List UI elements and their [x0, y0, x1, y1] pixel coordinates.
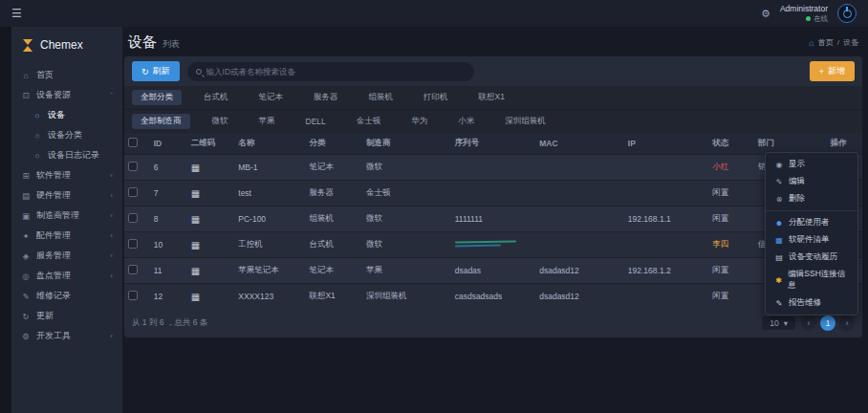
filter-chip[interactable]: 笔记本 [250, 90, 293, 105]
menu-item-device-history[interactable]: ▤ 设备变动履历 [766, 249, 857, 266]
online-dot-icon [806, 16, 811, 21]
sidebar-item-inventory-management[interactable]: ◎ 盘点管理 ‹ [11, 266, 122, 286]
dev-tools-icon: ⚙ [21, 332, 31, 341]
cell-id: 6 [150, 155, 187, 181]
row-checkbox[interactable] [128, 213, 138, 223]
select-all-header [124, 133, 150, 155]
gear-icon[interactable]: ⚙ [761, 8, 770, 20]
user-info[interactable]: Administrator 在线 [780, 4, 828, 23]
cell-serial [451, 232, 536, 258]
menu-item-assign-user[interactable]: ☻ 分配使用者 [766, 214, 857, 231]
filter-chip[interactable]: 服务器 [305, 90, 347, 105]
row-checkbox[interactable] [128, 265, 138, 274]
page-size-select[interactable]: 10 ▾ [762, 316, 795, 330]
sidebar-item-software-management[interactable]: ⊞ 软件管理 ‹ [11, 165, 122, 185]
cell-id: 7 [150, 181, 187, 206]
next-page-button[interactable]: › [839, 315, 855, 331]
sidebar-item-repair-records[interactable]: ✎ 维修记录 [11, 286, 122, 306]
repair-records-icon: ✎ [21, 292, 31, 301]
sidebar-item-device-categories[interactable]: ○ 设备分类 [11, 125, 122, 145]
breadcrumb-home[interactable]: 首页 [818, 37, 834, 48]
menu-divider [766, 210, 857, 211]
cell-serial [451, 155, 536, 181]
row-checkbox[interactable] [128, 162, 138, 171]
menu-item-software-hardware-list[interactable]: ▦ 软硬件清单 [766, 231, 857, 249]
sidebar-item-device-log-records[interactable]: ○ 设备日志记录 [11, 145, 122, 165]
topbar: ☰ ⚙ Administrator 在线 [0, 0, 868, 27]
column-header: 制造商 [362, 133, 451, 155]
filter-chip[interactable]: 金士顿 [348, 114, 390, 129]
sidebar-item-manufacturer-management[interactable]: ▣ 制造商管理 ‹ [11, 206, 122, 226]
filter-chip[interactable]: 联想X1 [470, 90, 513, 105]
cell-manufacturer: 苹果 [362, 258, 451, 284]
cell-mac [535, 181, 624, 206]
search-input[interactable] [206, 67, 466, 76]
filter-chip[interactable]: 台式机 [195, 90, 237, 105]
device-table: ID二维码名称分类制造商序列号MACIP状态部门操作 6 ▦ MB-1 笔记本 … [124, 133, 862, 309]
filter-chip[interactable]: DELL [297, 115, 335, 128]
add-button[interactable]: + 新增 [810, 61, 855, 81]
table-head-row: ID二维码名称分类制造商序列号MACIP状态部门操作 [124, 133, 862, 155]
sidebar: Chemex ⌂ 首页 ⊡ 设备资源 ˇ ○ 设备 ○ 设备分类 ○ 设备日志记… [11, 27, 122, 413]
cell-mac [535, 232, 624, 258]
sidebar-item-devices[interactable]: ○ 设备 [11, 105, 122, 125]
cell-status: 李四 [708, 232, 753, 258]
software-hardware-list-icon: ▦ [774, 236, 784, 245]
row-actions-menu: ◉ 显示 ✎ 编辑 ⊗ 删除 ☻ 分配使用者 ▦ 软硬件清单 ▤ 设备变动履历 … [765, 152, 858, 315]
main-content: 设备 列表 ⌂ 首页 / 设备 ↻ 刷新 + [122, 27, 868, 413]
left-gutter [0, 27, 11, 413]
menu-item-show[interactable]: ◉ 显示 [766, 156, 857, 173]
sidebar-item-device-resources[interactable]: ⊡ 设备资源 ˇ [11, 85, 122, 105]
cell-category: 台式机 [305, 232, 362, 258]
brand[interactable]: Chemex [11, 27, 122, 63]
row-checkbox[interactable] [128, 187, 138, 197]
prev-page-button[interactable]: ‹ [801, 315, 816, 331]
avatar[interactable] [837, 4, 857, 23]
menu-item-edit-ssh-info[interactable]: ✱ 编辑SSH连接信息 [766, 266, 857, 294]
category-filter-row: 全部分类台式机笔记本服务器组装机打印机联想X1 [124, 86, 862, 109]
cell-category: 组装机 [305, 206, 362, 232]
filter-chip[interactable]: 苹果 [250, 114, 284, 129]
updates-icon: ↻ [21, 312, 31, 321]
cell-ip [624, 284, 709, 310]
home-icon: ⌂ [809, 38, 814, 48]
menu-item-report-repair[interactable]: ✎ 报告维修 [766, 294, 857, 312]
select-all-checkbox[interactable] [128, 138, 138, 147]
page-subtitle: 列表 [163, 38, 180, 51]
cell-name: MB-1 [234, 155, 305, 181]
report-repair-icon: ✎ [774, 299, 784, 308]
cell-ip [624, 155, 709, 181]
device-list-card: ↻ 刷新 + 新增 全部分类台式机笔记本服务器组装机打印机联想X1 全部制造商微… [124, 56, 862, 337]
sidebar-item-dev-tools[interactable]: ⚙ 开发工具 ‹ [11, 326, 122, 346]
filter-chip[interactable]: 深圳组装机 [496, 114, 554, 129]
sidebar-nav: ⌂ 首页 ⊡ 设备资源 ˇ ○ 设备 ○ 设备分类 ○ 设备日志记录 ⊞ 软件管… [11, 63, 122, 413]
cell-name: PC-100 [234, 206, 305, 232]
sidebar-item-updates[interactable]: ↻ 更新 [11, 306, 122, 326]
filter-chip[interactable]: 全部制造商 [132, 114, 190, 129]
page-header: 设备 列表 ⌂ 首页 / 设备 [122, 27, 868, 56]
menu-toggle-icon[interactable]: ☰ [11, 7, 22, 20]
sidebar-item-accessory-management[interactable]: ✦ 配件管理 ‹ [11, 226, 122, 246]
filter-chip[interactable]: 打印机 [415, 90, 457, 105]
device-resources-icon: ⊡ [21, 91, 31, 100]
manufacturer-filter-row: 全部制造商微软苹果DELL金士顿华为小米深圳组装机 [124, 109, 862, 133]
home-icon: ⌂ [21, 71, 31, 80]
cell-serial: casdsadsads [451, 284, 536, 310]
column-header: 名称 [234, 133, 305, 155]
qr-code-icon: ▦ [191, 266, 200, 276]
refresh-button[interactable]: ↻ 刷新 [132, 61, 180, 81]
sidebar-item-hardware-management[interactable]: ▤ 硬件管理 ‹ [11, 185, 122, 206]
menu-item-delete[interactable]: ⊗ 删除 [766, 190, 857, 207]
filter-chip[interactable]: 组装机 [360, 90, 402, 105]
row-checkbox[interactable] [128, 239, 138, 249]
row-checkbox[interactable] [128, 291, 138, 300]
filter-chip[interactable]: 微软 [204, 114, 237, 129]
filter-chip[interactable]: 全部分类 [132, 90, 182, 105]
table-row: 12 ▦ XXXX123 联想X1 深圳组装机 casdsadsads dsad… [124, 284, 862, 310]
sidebar-item-home[interactable]: ⌂ 首页 [11, 65, 122, 85]
sidebar-item-service-management[interactable]: ◈ 服务管理 ‹ [11, 246, 122, 266]
page-1-button[interactable]: 1 [820, 315, 835, 331]
menu-item-edit[interactable]: ✎ 编辑 [766, 173, 857, 190]
filter-chip[interactable]: 华为 [402, 114, 436, 129]
filter-chip[interactable]: 小米 [449, 114, 483, 129]
